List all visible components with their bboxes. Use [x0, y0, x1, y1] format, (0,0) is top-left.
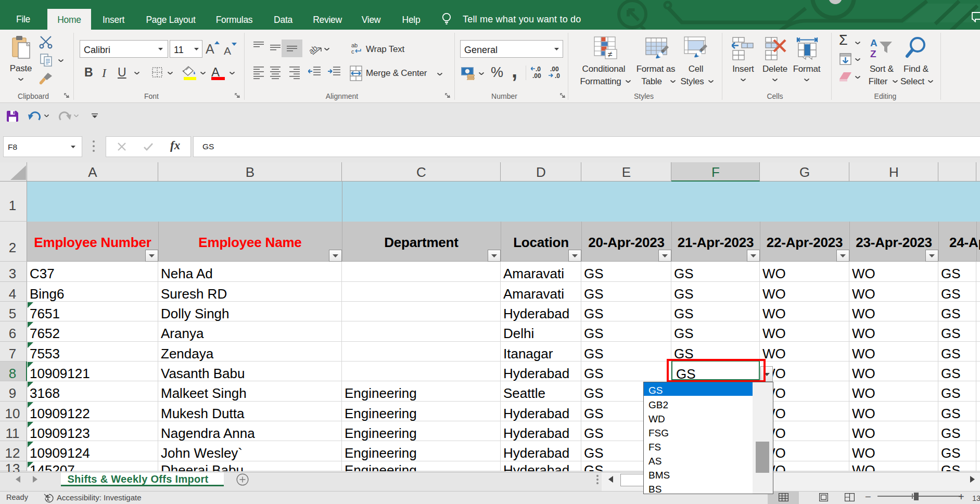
svg-text:Z: Z — [870, 48, 876, 59]
svg-text:c: c — [351, 48, 354, 55]
svg-text:≠: ≠ — [608, 50, 613, 59]
svg-text:A: A — [870, 37, 877, 48]
svg-text:ab: ab — [351, 43, 358, 48]
